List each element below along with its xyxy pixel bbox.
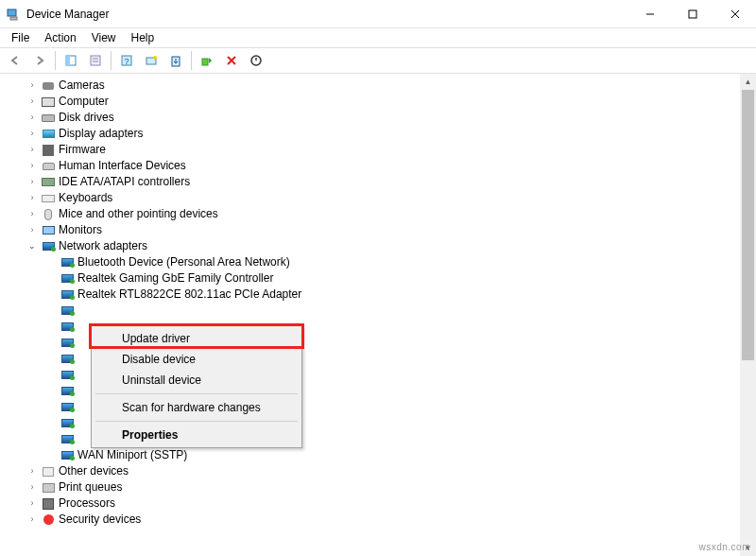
- category-ide[interactable]: ›IDE ATA/ATAPI controllers: [26, 174, 756, 190]
- chip-icon: [41, 143, 56, 158]
- category-monitors[interactable]: ›Monitors: [26, 222, 756, 238]
- network-adapter-icon: [60, 304, 75, 319]
- display-icon: [41, 127, 56, 142]
- expand-icon[interactable]: ›: [26, 222, 38, 238]
- enable-device-button[interactable]: [196, 49, 218, 72]
- menu-file[interactable]: File: [4, 29, 37, 46]
- category-firmware[interactable]: ›Firmware: [26, 142, 756, 158]
- expand-icon[interactable]: ›: [26, 479, 38, 495]
- other-icon: [41, 464, 56, 479]
- app-icon: [6, 7, 21, 22]
- category-other-devices[interactable]: ›Other devices: [26, 463, 756, 479]
- menubar: File Action View Help: [0, 28, 756, 47]
- device-realtek-rtl8822ce[interactable]: Realtek RTL8822CE 802.11ac PCIe Adapter: [45, 287, 756, 303]
- svg-rect-7: [66, 56, 70, 65]
- network-adapter-icon: [60, 271, 75, 287]
- context-menu: Update driver Disable device Uninstall d…: [91, 325, 302, 448]
- expand-icon[interactable]: ›: [26, 495, 38, 512]
- svg-rect-16: [202, 59, 208, 65]
- expand-icon[interactable]: ›: [26, 158, 38, 174]
- collapse-icon[interactable]: ⌄: [26, 238, 38, 254]
- disable-device-button[interactable]: [245, 49, 267, 72]
- expand-icon[interactable]: ›: [26, 190, 38, 206]
- cpu-icon: [41, 496, 56, 512]
- device-tree-pane: ›Cameras ›Computer ›Disk drives ›Display…: [0, 74, 756, 556]
- category-computer[interactable]: ›Computer: [26, 94, 756, 110]
- category-mice[interactable]: ›Mice and other pointing devices: [26, 206, 756, 222]
- monitor-icon: [41, 223, 56, 238]
- category-display-adapters[interactable]: ›Display adapters: [26, 126, 756, 142]
- ctx-separator: [95, 421, 298, 422]
- scroll-thumb[interactable]: [742, 90, 754, 360]
- security-icon: [41, 513, 56, 528]
- expand-icon[interactable]: ›: [26, 110, 38, 126]
- ctx-properties[interactable]: Properties: [94, 425, 300, 445]
- expand-icon[interactable]: ›: [26, 142, 38, 158]
- mouse-icon: [41, 207, 56, 222]
- device-wan-miniport-sstp[interactable]: WAN Miniport (SSTP): [45, 447, 756, 463]
- category-processors[interactable]: ›Processors: [26, 495, 756, 512]
- show-hide-tree-button[interactable]: [60, 49, 82, 72]
- expand-icon[interactable]: ›: [26, 126, 38, 142]
- network-adapter-icon: [60, 400, 75, 415]
- expand-icon[interactable]: ›: [26, 174, 38, 190]
- scroll-track[interactable]: [740, 90, 756, 540]
- device-bluetooth-pan[interactable]: Bluetooth Device (Personal Area Network): [45, 254, 756, 270]
- expand-icon[interactable]: ›: [26, 463, 38, 479]
- toolbar: ?: [0, 47, 756, 74]
- scan-hardware-button[interactable]: [140, 49, 163, 72]
- ctx-uninstall-device[interactable]: Uninstall device: [94, 370, 300, 391]
- menu-help[interactable]: Help: [124, 29, 163, 46]
- scroll-up-icon[interactable]: ▲: [740, 74, 756, 90]
- category-hid[interactable]: ›Human Interface Devices: [26, 158, 756, 174]
- expand-icon[interactable]: ›: [26, 94, 38, 110]
- hid-icon: [41, 159, 56, 174]
- category-keyboards[interactable]: ›Keyboards: [26, 190, 756, 206]
- close-button[interactable]: [713, 0, 756, 28]
- toolbar-separator: [55, 51, 56, 70]
- update-driver-icon[interactable]: [164, 49, 187, 72]
- network-adapter-icon: [60, 287, 75, 303]
- menu-action[interactable]: Action: [37, 29, 83, 46]
- svg-rect-3: [689, 10, 696, 18]
- uninstall-device-button[interactable]: [220, 49, 243, 72]
- back-button[interactable]: [4, 49, 26, 72]
- network-adapter-icon: [60, 384, 75, 399]
- ctx-separator: [95, 393, 298, 394]
- keyboard-icon: [41, 191, 56, 206]
- device-realtek-gbe[interactable]: Realtek Gaming GbE Family Controller: [45, 270, 756, 287]
- svg-rect-8: [91, 56, 100, 65]
- category-disk-drives[interactable]: ›Disk drives: [26, 110, 756, 126]
- network-adapter-icon: [60, 432, 75, 447]
- network-adapter-icon: [60, 255, 75, 270]
- toolbar-separator: [191, 51, 192, 70]
- device-tree[interactable]: ›Cameras ›Computer ›Disk drives ›Display…: [0, 74, 756, 531]
- category-security-devices[interactable]: ›Security devices: [26, 512, 756, 528]
- properties-button[interactable]: [84, 49, 107, 72]
- expand-icon[interactable]: ›: [26, 206, 38, 222]
- network-adapter-icon: [60, 336, 75, 351]
- network-adapter-icon: [60, 368, 75, 383]
- category-print-queues[interactable]: ›Print queues: [26, 479, 756, 495]
- device-hidden[interactable]: [45, 303, 756, 319]
- expand-icon[interactable]: ›: [26, 78, 38, 94]
- vertical-scrollbar[interactable]: ▲ ▼: [740, 74, 756, 556]
- ctx-scan-hardware[interactable]: Scan for hardware changes: [94, 397, 300, 418]
- maximize-button[interactable]: [671, 0, 713, 28]
- forward-button[interactable]: [28, 49, 51, 72]
- expand-icon[interactable]: ›: [26, 512, 38, 528]
- category-network-adapters[interactable]: ⌄Network adapters: [26, 238, 756, 254]
- help-button[interactable]: ?: [115, 49, 138, 72]
- ctx-update-driver[interactable]: Update driver: [94, 328, 300, 349]
- svg-text:?: ?: [124, 57, 129, 66]
- watermark: wsxdn.com: [698, 542, 750, 552]
- minimize-button[interactable]: [628, 0, 671, 28]
- svg-rect-1: [10, 17, 17, 20]
- category-cameras[interactable]: ›Cameras: [26, 78, 756, 94]
- titlebar: Device Manager: [0, 0, 756, 28]
- ide-icon: [41, 175, 56, 190]
- ctx-disable-device[interactable]: Disable device: [94, 349, 300, 370]
- network-icon: [41, 239, 56, 254]
- menu-view[interactable]: View: [84, 29, 124, 46]
- network-adapter-icon: [60, 416, 75, 431]
